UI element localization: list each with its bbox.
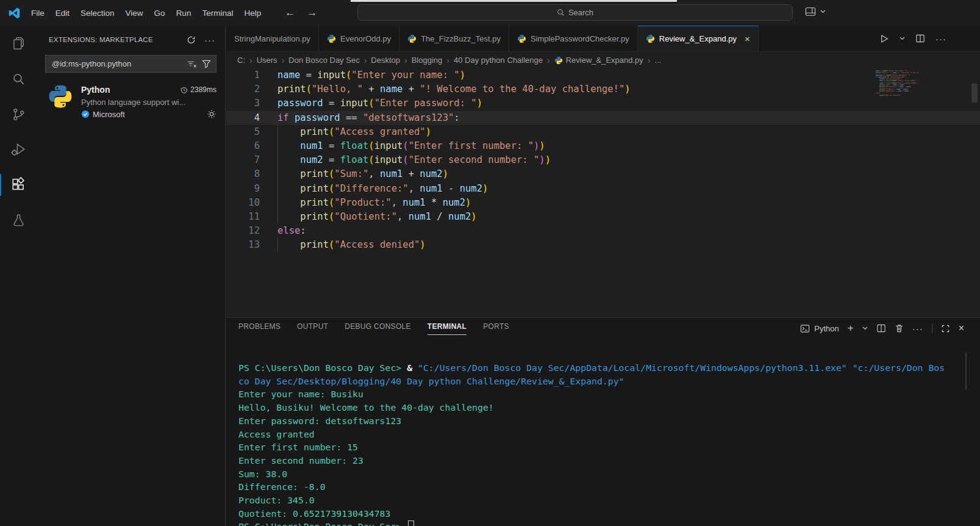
menu-bar: FileEditSelectionViewGoRunTerminalHelp xyxy=(26,6,266,20)
python-file-icon xyxy=(327,34,336,43)
run-dropdown-chevron-icon[interactable] xyxy=(900,37,905,40)
editor-group: StringManipulation.py EvenorOdd.py The_F… xyxy=(226,26,980,526)
editor-more-actions-icon[interactable]: ··· xyxy=(935,34,946,44)
sidebar-item-explorer[interactable] xyxy=(0,26,37,61)
editor-tabs: StringManipulation.py EvenorOdd.py The_F… xyxy=(226,26,759,51)
run-python-file-icon[interactable] xyxy=(879,34,889,44)
back-icon[interactable]: ← xyxy=(285,7,295,19)
terminal-scrollbar[interactable] xyxy=(965,352,967,390)
code-line: 11 print("Quotient:", num1 / num2) xyxy=(226,210,980,224)
chevron-down-icon[interactable] xyxy=(820,10,826,13)
sidebar-item-search[interactable] xyxy=(0,61,37,96)
code-line: 5 print("Access granted") xyxy=(226,125,980,139)
sidebar-item-extensions[interactable] xyxy=(0,167,37,203)
extensions-sidebar: EXTENSIONS: MARKETPLACE ··· Python 2 xyxy=(37,26,226,526)
refresh-icon[interactable] xyxy=(187,35,196,45)
tab-label: EvenorOdd.py xyxy=(340,34,391,43)
breadcrumb-item[interactable]: Review_&_Expand.py xyxy=(554,56,643,65)
panel-more-actions-icon[interactable]: ··· xyxy=(912,323,923,334)
run-debug-icon xyxy=(10,142,26,157)
editor-tab[interactable]: The_FizzBuzz_Test.py xyxy=(399,26,509,51)
menu-terminal[interactable]: Terminal xyxy=(196,6,238,20)
minimap-line: print("Access denied") xyxy=(876,95,918,96)
extensions-search-input[interactable] xyxy=(51,59,182,69)
breadcrumb-item[interactable]: Blogging xyxy=(412,56,443,65)
more-actions-icon[interactable]: ··· xyxy=(204,35,215,45)
sidebar-item-testing[interactable] xyxy=(0,203,37,238)
terminal-profile[interactable]: Python xyxy=(800,324,839,333)
menu-run[interactable]: Run xyxy=(171,6,197,20)
editor-tab[interactable]: StringManipulation.py xyxy=(226,26,319,51)
editor-tab[interactable]: Review_&_Expand.py× xyxy=(638,26,759,51)
extension-description: Python language support wi... xyxy=(81,98,216,107)
maximize-panel-icon[interactable] xyxy=(941,324,950,333)
panel-tab-debug-console[interactable]: DEBUG CONSOLE xyxy=(345,322,411,335)
panel-tab-output[interactable]: OUTPUT xyxy=(297,322,328,335)
breadcrumb-item[interactable]: C: xyxy=(237,56,245,65)
terminal-line: Quotient: 0.6521739130434783 xyxy=(238,507,980,521)
forward-icon[interactable]: → xyxy=(307,7,317,19)
code-line: 3password = input("Enter password: ") xyxy=(226,96,980,110)
sidebar-item-run-debug[interactable] xyxy=(0,132,37,167)
sidebar-item-source-control[interactable] xyxy=(0,96,37,132)
breadcrumb-item[interactable]: ... xyxy=(655,56,662,65)
tab-close-icon[interactable]: × xyxy=(745,34,750,43)
terminal-cursor xyxy=(408,521,414,526)
kill-terminal-trash-icon[interactable] xyxy=(895,323,904,333)
menu-view[interactable]: View xyxy=(120,6,149,20)
breadcrumb-item[interactable]: Don Bosco Day Sec xyxy=(288,56,359,65)
menu-help[interactable]: Help xyxy=(238,6,266,20)
bottom-panel: PROBLEMSOUTPUTDEBUG CONSOLETERMINALPORTS… xyxy=(226,317,980,526)
close-panel-icon[interactable]: × xyxy=(959,323,964,334)
menu-go[interactable]: Go xyxy=(149,6,171,20)
extension-item-python[interactable]: Python 2389ms Python language support wi… xyxy=(37,84,225,119)
activity-bar xyxy=(0,26,37,526)
editor-tab[interactable]: EvenorOdd.py xyxy=(319,26,399,51)
code-line: 8 print("Sum:", num1 + num2) xyxy=(226,167,980,181)
layout-controls[interactable] xyxy=(805,7,826,16)
terminal-line: PS C:\Users\Don Bosco Day Sec> xyxy=(238,520,980,526)
code-line: 6 num1 = float(input("Enter first number… xyxy=(226,139,980,153)
terminal-dropdown-chevron-icon[interactable] xyxy=(862,326,868,330)
search-icon xyxy=(11,71,26,87)
breadcrumb-item[interactable]: 40 Day python Challenge xyxy=(454,56,543,65)
panel-tabs: PROBLEMSOUTPUTDEBUG CONSOLETERMINALPORTS xyxy=(238,318,526,339)
code-lines: 1name = input("Enter your name: ")2print… xyxy=(226,68,980,252)
code-line: 10 print("Product:", num1 * num2) xyxy=(226,196,980,210)
terminal-output[interactable]: PS C:\Users\Don Bosco Day Sec> & "C:/Use… xyxy=(226,339,980,526)
python-file-icon xyxy=(554,56,563,65)
extension-details: Python 2389ms Python language support wi… xyxy=(81,84,216,119)
panel-tab-terminal[interactable]: TERMINAL xyxy=(427,322,467,335)
extensions-icon xyxy=(10,177,26,193)
terminal-line: Enter first number: 15 xyxy=(238,441,980,454)
terminal-line: Access granted xyxy=(238,428,980,441)
terminal-profile-label: Python xyxy=(814,324,839,333)
gear-icon[interactable] xyxy=(207,109,216,119)
new-terminal-icon[interactable]: + xyxy=(848,322,854,334)
editor-tab[interactable]: SimplePasswordChecker.py xyxy=(509,26,638,51)
customize-layout-icon[interactable] xyxy=(805,7,816,16)
panel-tab-ports[interactable]: PORTS xyxy=(483,322,509,335)
sidebar-header: EXTENSIONS: MARKETPLACE ··· xyxy=(37,26,225,54)
python-file-icon xyxy=(646,34,655,43)
minimap[interactable]: name = input("Enter your name: ")print("… xyxy=(876,70,918,96)
editor-scrollbar[interactable] xyxy=(971,84,978,103)
filter-icon[interactable] xyxy=(202,60,211,68)
breadcrumb-item[interactable]: Users xyxy=(257,56,277,65)
code-line: 2print("Hello, " + name + "! Welcome to … xyxy=(226,82,980,96)
breadcrumb-item[interactable]: Desktop xyxy=(371,56,400,65)
extensions-search-box[interactable] xyxy=(45,55,216,73)
code-editor[interactable]: 1name = input("Enter your name: ")2print… xyxy=(226,68,980,317)
vscode-logo xyxy=(8,7,21,20)
split-editor-icon[interactable] xyxy=(915,34,925,43)
split-terminal-icon[interactable] xyxy=(876,323,886,333)
menu-selection[interactable]: Selection xyxy=(75,6,120,20)
panel-tab-problems[interactable]: PROBLEMS xyxy=(238,322,281,335)
sidebar-title: EXTENSIONS: MARKETPLACE xyxy=(49,36,178,43)
panel-actions-divider xyxy=(932,323,932,333)
search-box[interactable]: Search xyxy=(357,4,793,21)
menu-file[interactable]: File xyxy=(26,6,50,20)
menu-edit[interactable]: Edit xyxy=(50,6,75,20)
clear-filter-icon[interactable] xyxy=(187,60,197,68)
search-placeholder: Search xyxy=(568,8,593,17)
